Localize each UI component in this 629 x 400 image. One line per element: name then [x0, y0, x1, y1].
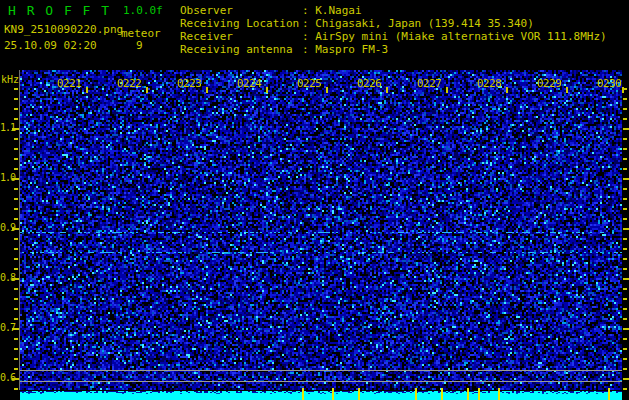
axis-tick: [623, 298, 627, 300]
axis-tick: [14, 358, 18, 360]
meteor-count-value: 9: [136, 39, 143, 52]
axis-tick: [446, 87, 448, 93]
axis-tick: [623, 268, 627, 270]
hrofft-window: H R O F F T 1.0.0f KN9_2510090220.png me…: [0, 0, 629, 400]
info-label: Receiver: [180, 30, 302, 43]
axis-tick: [12, 278, 19, 280]
axis-tick: [266, 87, 268, 93]
time-label: 0229: [537, 77, 562, 90]
axis-tick: [14, 158, 18, 160]
axis-tick: [14, 88, 18, 90]
axis-tick: [14, 288, 18, 290]
info-row-receiver: Receiver: AirSpy mini (Miake alternative…: [180, 30, 607, 43]
axis-tick: [623, 148, 627, 150]
axis-tick: [326, 87, 328, 93]
axis-tick: [14, 238, 18, 240]
axis-tick: [14, 318, 18, 320]
left-axis-line: [19, 70, 20, 390]
axis-tick: [14, 268, 18, 270]
axis-tick: [12, 228, 19, 230]
observation-datetime: 25.10.09 02:20: [4, 39, 97, 52]
axis-tick: [623, 358, 627, 360]
info-separator: :: [302, 17, 309, 30]
axis-tick: [14, 148, 18, 150]
axis-tick: [12, 178, 19, 180]
axis-tick: [623, 178, 629, 180]
info-value: Chigasaki, Japan (139.414 35.340): [315, 17, 534, 30]
axis-tick: [14, 168, 18, 170]
time-label: 0222: [117, 77, 142, 90]
axis-tick: [14, 118, 18, 120]
axis-tick: [386, 87, 388, 93]
axis-tick: [12, 378, 19, 380]
axis-tick: [12, 128, 19, 130]
time-label: 0225: [297, 77, 322, 90]
info-value: AirSpy mini (Miake alternative VOR 111.8…: [315, 30, 606, 43]
info-row-location: Receiving Location: Chigasaki, Japan (13…: [180, 17, 534, 30]
axis-tick: [14, 108, 18, 110]
axis-tick: [623, 248, 627, 250]
axis-tick: [623, 378, 629, 380]
info-value: Maspro FM-3: [315, 43, 388, 56]
app-version: 1.0.0f: [123, 4, 163, 17]
axis-tick: [623, 108, 627, 110]
axis-tick: [14, 188, 18, 190]
axis-tick: [14, 208, 18, 210]
axis-tick: [623, 238, 627, 240]
axis-tick: [623, 118, 627, 120]
axis-tick: [623, 188, 627, 190]
axis-tick: [12, 328, 19, 330]
axis-tick: [623, 388, 627, 390]
time-label: 0230: [597, 77, 622, 90]
info-label: Observer: [180, 4, 302, 17]
freq-axis-unit: kHz: [1, 74, 19, 85]
info-separator: :: [302, 30, 309, 43]
time-label: 0226: [357, 77, 382, 90]
axis-tick: [623, 328, 629, 330]
axis-tick: [623, 258, 627, 260]
axis-tick: [623, 168, 627, 170]
spectrogram-canvas: [20, 70, 622, 400]
time-label: 0228: [477, 77, 502, 90]
axis-tick: [623, 308, 627, 310]
axis-tick: [14, 338, 18, 340]
axis-tick: [14, 218, 18, 220]
axis-tick: [623, 158, 627, 160]
time-label: 0221: [57, 77, 82, 90]
axis-tick: [623, 318, 627, 320]
axis-tick: [623, 208, 627, 210]
axis-tick: [14, 138, 18, 140]
info-row-observer: Observer: K.Nagai: [180, 4, 362, 17]
axis-tick: [623, 138, 627, 140]
info-separator: :: [302, 4, 309, 17]
axis-tick: [506, 87, 508, 93]
axis-tick: [623, 228, 629, 230]
axis-tick: [566, 87, 568, 93]
axis-tick: [206, 87, 208, 93]
axis-tick: [14, 368, 18, 370]
axis-tick: [14, 308, 18, 310]
axis-tick: [14, 248, 18, 250]
axis-tick: [14, 98, 18, 100]
axis-tick: [86, 87, 88, 93]
axis-tick: [14, 388, 18, 390]
info-value: K.Nagai: [315, 4, 361, 17]
axis-tick: [146, 87, 148, 93]
axis-tick: [623, 368, 627, 370]
info-label: Receiving Location: [180, 17, 302, 30]
axis-tick: [14, 348, 18, 350]
axis-tick: [14, 258, 18, 260]
time-label: 0227: [417, 77, 442, 90]
axis-tick: [623, 128, 629, 130]
info-separator: :: [302, 43, 309, 56]
axis-tick: [623, 278, 629, 280]
info-row-antenna: Receiving antenna: Maspro FM-3: [180, 43, 388, 56]
info-label: Receiving antenna: [180, 43, 302, 56]
time-label: 0224: [237, 77, 262, 90]
axis-tick: [622, 87, 624, 93]
axis-tick: [623, 338, 627, 340]
axis-tick: [623, 98, 627, 100]
output-filename: KN9_2510090220.png: [4, 23, 123, 36]
axis-tick: [623, 218, 627, 220]
time-label: 0223: [177, 77, 202, 90]
